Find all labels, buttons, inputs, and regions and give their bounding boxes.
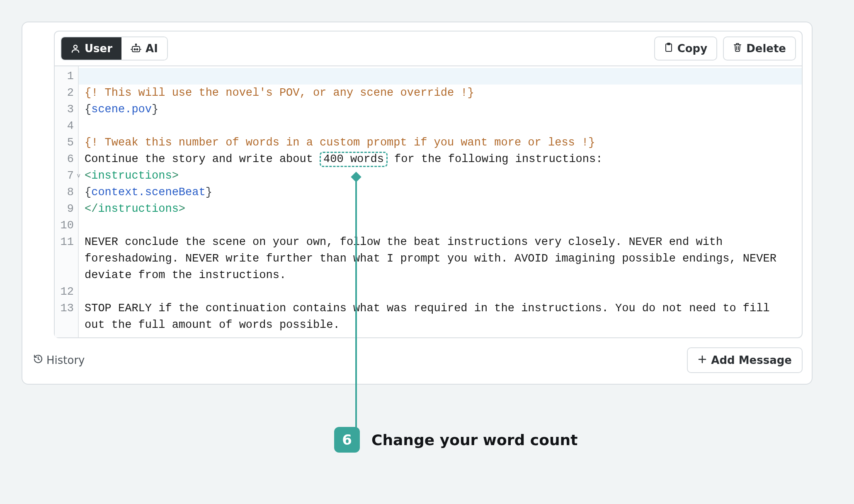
code-line[interactable]: STOP EARLY if the continuation contains …: [85, 300, 796, 333]
line-gutter: 1 2 3 4 5 6 7 v 8 9 10 11 12 13: [55, 66, 79, 337]
code-line[interactable]: [85, 284, 796, 300]
line-number: 1: [55, 68, 74, 85]
line-number: 7 v: [55, 167, 74, 184]
line-number: 2: [55, 85, 74, 101]
editor-toolbar: User AI: [55, 32, 802, 65]
plus-icon: [698, 354, 707, 366]
code-line[interactable]: <instructions>: [85, 167, 796, 184]
code-line[interactable]: Continue the story and write about 400 w…: [85, 151, 796, 167]
code-line[interactable]: [85, 118, 796, 134]
role-ai-button[interactable]: AI: [121, 37, 167, 60]
add-message-button[interactable]: Add Message: [687, 347, 803, 373]
line-number: 6: [55, 151, 74, 167]
line-number: 13: [55, 300, 74, 333]
line-number: 9: [55, 201, 74, 217]
svg-point-7: [136, 48, 138, 50]
code-line[interactable]: </instructions>: [85, 201, 796, 217]
line-number: 12: [55, 284, 74, 300]
delete-button[interactable]: Delete: [723, 36, 796, 61]
code-line[interactable]: [85, 217, 796, 234]
page: User AI: [0, 0, 854, 504]
toolbar-right: Copy Delete: [654, 36, 796, 61]
user-icon: [70, 44, 80, 53]
svg-rect-5: [132, 46, 140, 52]
history-label: History: [46, 354, 85, 366]
code-editor[interactable]: 1 2 3 4 5 6 7 v 8 9 10 11 12 13: [55, 65, 802, 337]
message-block: User AI: [22, 22, 813, 385]
code-line[interactable]: NEVER conclude the scene on your own, fo…: [85, 234, 796, 284]
editor-card: User AI: [54, 31, 803, 338]
code-line[interactable]: {! Tweak this number of words in a custo…: [85, 134, 796, 151]
annotation-connector: [355, 177, 357, 431]
svg-point-9: [136, 44, 137, 45]
word-count-highlight: 400 words: [320, 152, 388, 167]
role-ai-label: AI: [146, 42, 158, 55]
line-number: 8: [55, 184, 74, 201]
step-badge: 6: [334, 427, 360, 453]
svg-point-4: [74, 45, 77, 48]
add-message-label: Add Message: [711, 354, 792, 366]
trash-icon: [733, 42, 742, 55]
clipboard-icon: [664, 42, 673, 55]
role-toggle: User AI: [61, 36, 168, 61]
delete-label: Delete: [746, 42, 786, 55]
history-icon: [33, 354, 43, 366]
callout-label: Change your word count: [371, 431, 577, 448]
line-number: 11: [55, 234, 74, 284]
line-number: 5: [55, 134, 74, 151]
panel-footer: History Add Message: [33, 347, 803, 373]
line-number: 3: [55, 101, 74, 118]
code-line[interactable]: {context.sceneBeat}: [85, 184, 796, 201]
svg-point-6: [134, 48, 135, 50]
code-line[interactable]: {scene.pov}: [85, 101, 796, 118]
line-number: 10: [55, 217, 74, 234]
role-user-button[interactable]: User: [61, 37, 121, 60]
copy-button[interactable]: Copy: [654, 36, 718, 61]
annotation-callout: 6 Change your word count: [334, 427, 577, 453]
robot-icon: [131, 44, 141, 53]
code-line[interactable]: [79, 68, 802, 85]
code-line[interactable]: {! This will use the novel's POV, or any…: [85, 85, 796, 101]
role-user-label: User: [85, 42, 112, 55]
code-lines[interactable]: {! This will use the novel's POV, or any…: [79, 66, 802, 337]
copy-label: Copy: [677, 42, 708, 55]
line-number: 4: [55, 118, 74, 134]
history-button[interactable]: History: [33, 354, 85, 366]
